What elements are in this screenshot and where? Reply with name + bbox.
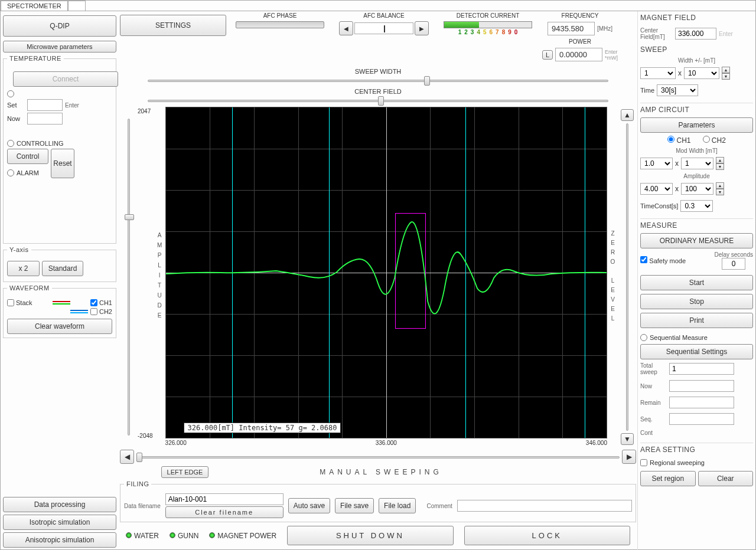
delay-input[interactable] xyxy=(722,258,745,270)
ch1-checkbox[interactable] xyxy=(90,299,97,306)
amp-ch1-radio[interactable] xyxy=(667,136,674,143)
manual-right-button[interactable]: ▶ xyxy=(622,450,636,464)
modw-b-select[interactable]: 1 xyxy=(681,158,713,169)
safety-checkbox[interactable] xyxy=(640,256,647,263)
print-button[interactable]: Print xyxy=(640,313,753,328)
measure-now-input[interactable] xyxy=(669,380,734,392)
center-field-slider[interactable] xyxy=(148,95,608,106)
detector-bar xyxy=(444,21,532,28)
controlling-radio[interactable] xyxy=(7,140,14,147)
clear-filename-button[interactable]: Clear filename xyxy=(165,506,284,518)
temp-now-input[interactable] xyxy=(27,113,63,125)
time-label: Time xyxy=(640,87,654,94)
center-field-rlabel: Center Field[mT] xyxy=(640,27,673,40)
width-up[interactable]: ▲ xyxy=(722,67,730,73)
stack-label: Stack xyxy=(16,299,32,306)
temp-radio-1[interactable] xyxy=(7,90,14,97)
amp-title: AMP CIRCUIT xyxy=(640,106,753,114)
balance-right-button[interactable]: ▶ xyxy=(415,21,429,35)
seq-measure-radio[interactable] xyxy=(640,334,647,341)
center-field-input[interactable] xyxy=(675,28,716,40)
comment-input[interactable] xyxy=(457,500,632,512)
tab-spectrometer[interactable]: SPECTROMETER xyxy=(1,1,68,11)
anisotropic-sim-button[interactable]: Anisotropic simulation xyxy=(3,532,116,548)
isotropic-sim-button[interactable]: Isotropic simulation xyxy=(3,515,116,530)
zero-up-button[interactable]: ▲ xyxy=(621,109,634,121)
qdip-button[interactable]: Q-DIP xyxy=(3,15,116,37)
regional-checkbox[interactable] xyxy=(640,459,647,466)
amp-b-select[interactable]: 100 xyxy=(681,183,713,195)
measure-title: MEASURE xyxy=(640,221,753,230)
amp-params-button[interactable]: Parameters xyxy=(640,117,753,133)
left-edge-button[interactable]: LEFT EDGE xyxy=(161,466,208,478)
gunn-status: GUNN xyxy=(170,532,198,540)
connect-button[interactable]: Connect xyxy=(13,71,118,87)
settings-button[interactable]: SETTINGS xyxy=(120,15,226,36)
seq-measure-label: Sequential Measure xyxy=(650,334,708,341)
start-button[interactable]: Start xyxy=(640,275,753,290)
seq-settings-button[interactable]: Sequential Settings xyxy=(640,344,753,359)
yaxis-std-button[interactable]: Standard xyxy=(42,261,83,276)
ordinary-measure-button[interactable]: ORDINARY MEASURE xyxy=(640,233,753,248)
autosave-button[interactable]: Auto save xyxy=(288,498,330,513)
seq-input[interactable] xyxy=(669,413,734,425)
width-down[interactable]: ▼ xyxy=(722,73,730,80)
amp-ch2-radio[interactable] xyxy=(703,136,710,143)
amp-a-select[interactable]: 4.00 xyxy=(640,183,673,195)
modw-a-select[interactable]: 1.0 xyxy=(640,158,673,169)
manual-left-button[interactable]: ◀ xyxy=(120,450,134,464)
temp-now-label: Now xyxy=(7,115,25,122)
balance-left-button[interactable]: ◀ xyxy=(339,21,353,35)
amp-up[interactable]: ▲ xyxy=(716,182,724,189)
power-L-button[interactable]: L xyxy=(542,50,553,60)
zero-level-slider[interactable]: ▲ ▼ xyxy=(618,107,636,447)
plot-y-top: 2047 xyxy=(138,108,153,114)
zero-down-button[interactable]: ▼ xyxy=(621,433,634,445)
water-status: WATER xyxy=(126,532,159,540)
modw-label: Mod Width [mT] xyxy=(640,148,753,154)
set-region-button[interactable]: Set region xyxy=(640,471,696,486)
modw-down[interactable]: ▼ xyxy=(716,163,724,170)
filename-input[interactable] xyxy=(165,493,284,505)
clear-region-button[interactable]: Clear xyxy=(698,471,754,486)
total-sweep-input[interactable] xyxy=(669,363,734,375)
temp-set-label: Set xyxy=(7,102,25,109)
ch2-checkbox[interactable] xyxy=(90,308,97,315)
epr-plot[interactable]: 326.000[mT] Intensity= 57 g= 2.0680 xyxy=(165,107,607,438)
width-a-select[interactable]: 1 xyxy=(640,67,676,79)
led-icon xyxy=(209,532,215,538)
center-enter: Enter xyxy=(719,31,733,37)
stop-button[interactable]: Stop xyxy=(640,294,753,309)
alarm-radio[interactable] xyxy=(7,169,14,176)
manual-sweep-slider[interactable] xyxy=(136,451,620,462)
center-field-label: CENTER FIELD xyxy=(354,88,401,95)
tab-empty[interactable] xyxy=(68,1,86,11)
stack-checkbox[interactable] xyxy=(7,299,14,306)
temp-set-input[interactable] xyxy=(27,99,63,111)
time-select[interactable]: 30[s] xyxy=(657,84,698,96)
sweep-width-slider[interactable] xyxy=(148,75,608,86)
tc-select[interactable]: 0.3 xyxy=(680,200,713,212)
filesave-button[interactable]: File save xyxy=(335,498,374,513)
control-button[interactable]: Control xyxy=(7,149,48,164)
width-label: Width +/- [mT] xyxy=(640,57,753,64)
reset-button[interactable]: Reset xyxy=(51,149,74,178)
power-unit: *mW] xyxy=(605,55,618,61)
lock-button[interactable]: LOCK xyxy=(464,526,630,545)
yaxis-x2-button[interactable]: x 2 xyxy=(7,261,40,276)
balance-slider[interactable] xyxy=(354,22,413,34)
shutdown-button[interactable]: SHUT DOWN xyxy=(287,526,453,545)
remain-label: Remain xyxy=(640,400,667,406)
remain-input[interactable] xyxy=(669,397,734,408)
amp-down[interactable]: ▼ xyxy=(716,189,724,195)
modw-up[interactable]: ▲ xyxy=(716,157,724,163)
seq-label: Seq. xyxy=(640,416,667,423)
amplitude-slider[interactable] xyxy=(120,107,138,447)
amplitude-axis-label: AMPLITUDE xyxy=(154,232,165,322)
temperature-title: TEMPERATURE xyxy=(7,55,64,62)
fileload-button[interactable]: File load xyxy=(379,498,416,513)
clear-waveform-button[interactable]: Clear waveform xyxy=(7,319,112,334)
width-b-select[interactable]: 10 xyxy=(684,67,719,79)
data-processing-button[interactable]: Data processing xyxy=(3,497,116,512)
microwave-params-button[interactable]: Microwave parameters xyxy=(3,41,116,53)
